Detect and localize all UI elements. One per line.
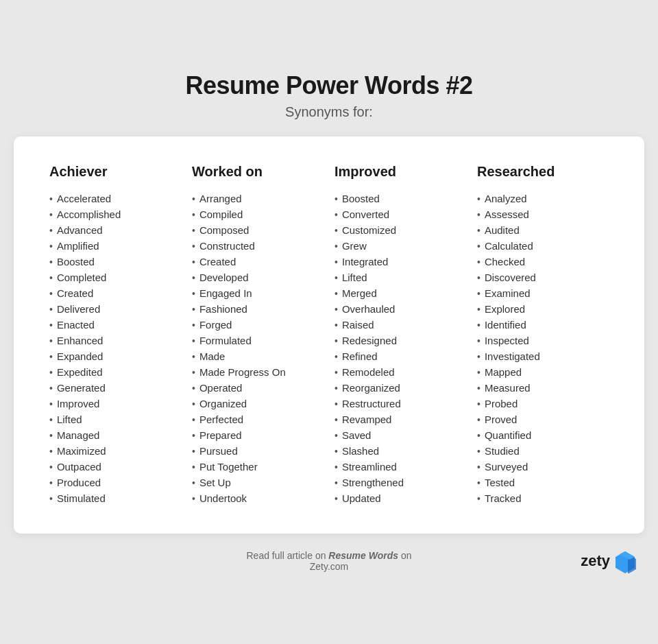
list-item: Lifted: [334, 270, 466, 285]
columns-grid: AchieverAcceleratedAccomplishedAdvancedA…: [44, 164, 614, 506]
list-item: Overhauled: [334, 301, 466, 317]
list-item: Compiled: [192, 206, 324, 222]
list-item: Composed: [192, 222, 324, 238]
list-item: Accomplished: [49, 206, 181, 222]
list-item: Expanded: [49, 348, 181, 364]
list-item: Proved: [477, 412, 609, 427]
list-item: Quantified: [477, 427, 609, 443]
list-item: Remodeled: [334, 364, 466, 380]
list-item: Enacted: [49, 317, 181, 333]
list-item: Put Together: [192, 459, 324, 475]
list-item: Amplified: [49, 238, 181, 254]
list-item: Undertook: [192, 490, 324, 506]
list-item: Updated: [334, 490, 466, 506]
zety-brand-text: zety: [581, 552, 610, 570]
list-item: Analyzed: [477, 191, 609, 206]
list-item: Explored: [477, 301, 609, 317]
list-item: Customized: [334, 222, 466, 238]
column-1: Worked onArrangedCompiledComposedConstru…: [186, 164, 329, 506]
list-item: Restructured: [334, 396, 466, 412]
list-item: Identified: [477, 317, 609, 333]
column-0: AchieverAcceleratedAccomplishedAdvancedA…: [44, 164, 186, 506]
list-item: Investigated: [477, 348, 609, 364]
list-item: Merged: [334, 285, 466, 301]
word-list-2: BoostedConvertedCustomizedGrewIntegrated…: [334, 191, 466, 506]
list-item: Grew: [334, 238, 466, 254]
list-item: Generated: [49, 380, 181, 396]
list-item: Calculated: [477, 238, 609, 254]
list-item: Managed: [49, 427, 181, 443]
column-2: ImprovedBoostedConvertedCustomizedGrewIn…: [329, 164, 472, 506]
list-item: Stimulated: [49, 490, 181, 506]
list-item: Expedited: [49, 364, 181, 380]
list-item: Prepared: [192, 427, 324, 443]
list-item: Pursued: [192, 443, 324, 459]
list-item: Produced: [49, 475, 181, 490]
list-item: Streamlined: [334, 459, 466, 475]
list-item: Made: [192, 348, 324, 364]
list-item: Boosted: [334, 191, 466, 206]
list-item: Slashed: [334, 443, 466, 459]
list-item: Tracked: [477, 490, 609, 506]
list-item: Checked: [477, 254, 609, 270]
column-title-3: Researched: [477, 164, 609, 180]
footer: Read full article on Resume Words on Zet…: [14, 549, 644, 573]
list-item: Advanced: [49, 222, 181, 238]
list-item: Constructed: [192, 238, 324, 254]
list-item: Enhanced: [49, 333, 181, 348]
zety-icon: [613, 549, 637, 573]
list-item: Made Progress On: [192, 364, 324, 380]
list-item: Completed: [49, 270, 181, 285]
list-item: Mapped: [477, 364, 609, 380]
list-item: Examined: [477, 285, 609, 301]
page-wrapper: Resume Power Words #2 Synonyms for: Achi…: [14, 71, 644, 573]
list-item: Arranged: [192, 191, 324, 206]
zety-logo: zety: [581, 549, 637, 573]
list-item: Measured: [477, 380, 609, 396]
column-title-1: Worked on: [192, 164, 324, 180]
list-item: Lifted: [49, 412, 181, 427]
word-list-1: ArrangedCompiledComposedConstructedCreat…: [192, 191, 324, 506]
list-item: Revamped: [334, 412, 466, 427]
list-item: Formulated: [192, 333, 324, 348]
content-card: AchieverAcceleratedAccomplishedAdvancedA…: [14, 136, 644, 534]
list-item: Engaged In: [192, 285, 324, 301]
list-item: Accelerated: [49, 191, 181, 206]
list-item: Operated: [192, 380, 324, 396]
list-item: Redesigned: [334, 333, 466, 348]
column-3: ResearchedAnalyzedAssessedAuditedCalcula…: [472, 164, 614, 506]
column-title-2: Improved: [334, 164, 466, 180]
list-item: Integrated: [334, 254, 466, 270]
list-item: Audited: [477, 222, 609, 238]
list-item: Organized: [192, 396, 324, 412]
footer-text: Read full article on Resume Words on Zet…: [226, 550, 432, 572]
footer-link-text[interactable]: Resume Words: [328, 550, 398, 561]
list-item: Converted: [334, 206, 466, 222]
subtitle: Synonyms for:: [186, 104, 473, 120]
header: Resume Power Words #2 Synonyms for:: [186, 71, 473, 120]
list-item: Probed: [477, 396, 609, 412]
word-list-3: AnalyzedAssessedAuditedCalculatedChecked…: [477, 191, 609, 506]
list-item: Studied: [477, 443, 609, 459]
list-item: Developed: [192, 270, 324, 285]
list-item: Assessed: [477, 206, 609, 222]
list-item: Inspected: [477, 333, 609, 348]
main-title: Resume Power Words #2: [186, 71, 473, 100]
list-item: Surveyed: [477, 459, 609, 475]
list-item: Saved: [334, 427, 466, 443]
list-item: Discovered: [477, 270, 609, 285]
word-list-0: AcceleratedAccomplishedAdvancedAmplified…: [49, 191, 181, 506]
list-item: Tested: [477, 475, 609, 490]
list-item: Boosted: [49, 254, 181, 270]
list-item: Reorganized: [334, 380, 466, 396]
list-item: Perfected: [192, 412, 324, 427]
list-item: Outpaced: [49, 459, 181, 475]
list-item: Set Up: [192, 475, 324, 490]
list-item: Improved: [49, 396, 181, 412]
list-item: Strengthened: [334, 475, 466, 490]
list-item: Raised: [334, 317, 466, 333]
column-title-0: Achiever: [49, 164, 181, 180]
list-item: Created: [192, 254, 324, 270]
list-item: Created: [49, 285, 181, 301]
list-item: Delivered: [49, 301, 181, 317]
